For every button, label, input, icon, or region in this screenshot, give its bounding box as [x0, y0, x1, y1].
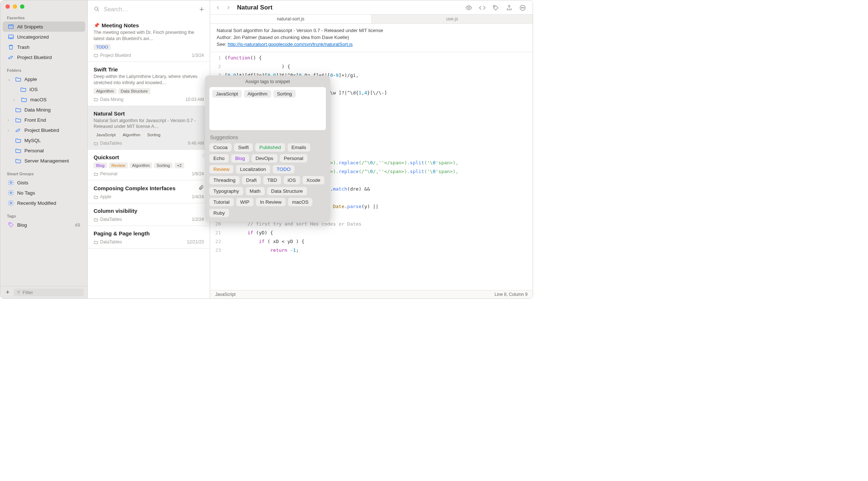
file-tab-1[interactable]: use.js: [372, 15, 533, 23]
suggestion-tag[interactable]: Xcode: [303, 176, 324, 184]
suggestion-tag[interactable]: Data Structure: [267, 187, 307, 195]
desc-link[interactable]: http://js-naturalsort.googlecode.com/svn…: [228, 42, 352, 47]
suggestion-tag[interactable]: Review: [209, 165, 233, 173]
suggestion-tag[interactable]: Tutorial: [209, 198, 234, 206]
snippet-tags: AlgorithmData Structure: [94, 88, 204, 94]
label: Blog: [17, 222, 72, 228]
popover-tag-input[interactable]: JavaScriptAlgorithmSorting: [209, 87, 326, 130]
share-icon[interactable]: [506, 4, 513, 11]
sidebar-item-all-snippets[interactable]: All Snippets: [3, 21, 85, 32]
label: Apple: [24, 77, 80, 82]
sidebar-folder-data-mining[interactable]: Data Mining: [3, 105, 85, 115]
snippet-preview: Natural Sort algorithm for Javascript - …: [94, 118, 204, 130]
nav-forward-button[interactable]: [224, 3, 233, 12]
chevron-right-icon[interactable]: ›: [8, 128, 12, 132]
search-icon[interactable]: [94, 6, 100, 13]
suggestion-tag[interactable]: Localization: [236, 165, 270, 173]
sidebar-folder-apple[interactable]: ⌄ Apple: [3, 74, 85, 84]
close-window[interactable]: [5, 4, 10, 9]
folder-icon: [15, 137, 21, 144]
chevron-right-icon[interactable]: ›: [13, 98, 18, 102]
suggestion-tag[interactable]: Personal: [280, 154, 307, 163]
chevron-right-icon[interactable]: ›: [8, 118, 12, 122]
snippet-preview: Deep within the Labyrinthine Library, wh…: [94, 74, 204, 86]
suggestion-tag[interactable]: Math: [246, 187, 265, 195]
sidebar-item-uncategorized[interactable]: Uncategorized: [3, 32, 85, 42]
sidebar-smart-notags[interactable]: No Tags: [3, 188, 85, 198]
suggestion-tag[interactable]: Emails: [288, 143, 311, 152]
snippet-card[interactable]: Column visibility DataTables 1/2/24: [88, 203, 210, 226]
sidebar-folder-macos[interactable]: › macOS: [3, 94, 85, 105]
suggestion-tag[interactable]: TODO: [273, 165, 295, 173]
tag-chip[interactable]: Data Structure: [118, 88, 150, 94]
suggestion-tag[interactable]: Published: [255, 143, 285, 152]
suggestion-tag[interactable]: Blog: [231, 154, 249, 163]
snippet-card[interactable]: Paging & Page length DataTables 12/21/23: [88, 226, 210, 249]
sidebar-smart-gists[interactable]: Gists: [3, 177, 85, 188]
selected-tag[interactable]: JavaScript: [212, 90, 242, 98]
snippet-card[interactable]: Quicksort BlogReviewAlgorithmSorting+2 P…: [88, 150, 210, 180]
zoom-window[interactable]: [20, 4, 24, 9]
add-snippet-button[interactable]: +: [199, 5, 204, 14]
suggestion-tag[interactable]: TBD: [263, 176, 281, 184]
snippet-card[interactable]: Swift Trie Deep within the Labyrinthine …: [88, 62, 210, 106]
filter-input[interactable]: Filter: [13, 289, 84, 296]
search-input[interactable]: [104, 6, 196, 13]
suggestion-tag[interactable]: In Review: [256, 198, 285, 206]
chevron-down-icon[interactable]: ⌄: [8, 77, 12, 81]
tag-chip[interactable]: Review: [109, 163, 128, 168]
tag-chip[interactable]: +2: [174, 163, 184, 168]
tag-chip[interactable]: JavaScript: [94, 132, 118, 138]
snippet-folder: Personal: [94, 171, 117, 176]
sidebar-folder-personal[interactable]: Personal: [3, 145, 85, 156]
suggestion-tag[interactable]: macOS: [288, 198, 312, 206]
suggestion-tag[interactable]: WIP: [236, 198, 254, 206]
label: Uncategorized: [17, 34, 80, 40]
folder-icon: [21, 96, 27, 103]
snippet-folder: DataTables: [94, 217, 122, 222]
tag-chip[interactable]: TODO: [94, 44, 111, 50]
sidebar-tag-blog[interactable]: Blog 49: [3, 220, 85, 230]
snippet-card[interactable]: Composing Complex Interfaces Apple 1/4/2…: [88, 180, 210, 203]
suggestion-tag[interactable]: Echo: [209, 154, 229, 163]
desc-line-2: Author: Jim Palmer (based on chunking id…: [217, 34, 526, 41]
tag-chip[interactable]: Sorting: [145, 132, 163, 138]
suggestion-tag[interactable]: Ruby: [209, 209, 229, 217]
suggestion-tag[interactable]: iOS: [284, 176, 300, 184]
suggestion-tag[interactable]: Threading: [209, 176, 240, 184]
attachment-icon: [198, 185, 204, 191]
snippet-card[interactable]: 📌 Meeting Notes The meeting opened with …: [88, 18, 210, 62]
label: iOS: [29, 87, 80, 92]
tag-chip[interactable]: Algorithm: [120, 132, 143, 138]
selected-tag[interactable]: Sorting: [273, 90, 296, 98]
suggestion-tag[interactable]: Cocoa: [209, 143, 232, 152]
snippet-card[interactable]: Natural Sort Natural Sort algorithm for …: [88, 106, 210, 150]
selected-tag[interactable]: Algorithm: [244, 90, 271, 98]
sidebar-folder-project-bluebird[interactable]: › Project Bluebird: [3, 125, 85, 135]
code-icon[interactable]: [479, 4, 486, 11]
preview-icon[interactable]: [465, 4, 472, 11]
sidebar-folder-front-end[interactable]: › Front End: [3, 115, 85, 125]
suggestion-tag[interactable]: DevOps: [252, 154, 277, 163]
suggestion-tag[interactable]: Typography: [209, 187, 243, 195]
minimize-window[interactable]: [13, 4, 17, 9]
add-button[interactable]: +: [4, 289, 11, 296]
suggestion-tag[interactable]: Swift: [234, 143, 253, 152]
sidebar-folder-ios[interactable]: iOS: [3, 84, 85, 94]
sidebar-smart-recent[interactable]: Recently Modified: [3, 198, 85, 208]
tag-chip[interactable]: Blog: [94, 163, 107, 168]
file-tab-0[interactable]: natural-sort.js: [210, 15, 372, 23]
more-icon[interactable]: [519, 4, 526, 11]
nav-back-button[interactable]: [214, 3, 222, 12]
sidebar-folder-server-mgmt[interactable]: Server Management: [3, 156, 85, 166]
suggestion-tag[interactable]: Draft: [242, 176, 261, 184]
tag-chip[interactable]: Algorithm: [94, 88, 117, 94]
tag-chip[interactable]: Algorithm: [130, 163, 153, 168]
tag-icon[interactable]: [492, 4, 499, 11]
sidebar-item-trash[interactable]: Trash: [3, 42, 85, 52]
status-language[interactable]: JavaScript: [215, 292, 236, 297]
snippet-tags: BlogReviewAlgorithmSorting+2: [94, 163, 204, 168]
sidebar-item-project-bluebird-fav[interactable]: Project Bluebird: [3, 52, 85, 62]
sidebar-folder-mysql[interactable]: MySQL: [3, 135, 85, 145]
tag-chip[interactable]: Sorting: [154, 163, 172, 168]
